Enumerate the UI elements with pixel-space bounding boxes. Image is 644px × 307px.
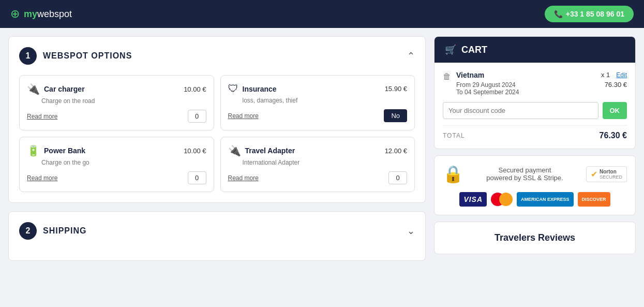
right-column: 🛒 CART 🗑 Vietnam From 29 August 2024 To … — [434, 36, 636, 261]
travel-adapter-qty[interactable]: 0 — [388, 171, 407, 184]
total-label: TOTAL — [443, 132, 465, 139]
cart-body: 🗑 Vietnam From 29 August 2024 To 04 Sept… — [435, 63, 635, 149]
car-charger-icon: 🔌 — [27, 83, 40, 95]
travel-adapter-name: Travel Adapter — [245, 147, 295, 155]
power-bank-icon: 🔋 — [27, 144, 40, 157]
cart-date-to: To 04 September 2024 — [456, 89, 596, 96]
step1-badge: 1 — [19, 47, 37, 65]
discount-row: OK — [443, 102, 627, 119]
power-bank-name: Power Bank — [44, 147, 85, 155]
cart-card: 🛒 CART 🗑 Vietnam From 29 August 2024 To … — [434, 36, 636, 149]
travel-adapter-read-more[interactable]: Read more — [228, 174, 259, 182]
section1-chevron-up[interactable]: ⌃ — [407, 50, 415, 62]
travel-adapter-price: 12.00 € — [385, 147, 407, 155]
cart-item-qty: x 1 — [601, 71, 610, 79]
power-bank-qty[interactable]: 0 — [188, 171, 206, 184]
travel-adapter-icon: 🔌 — [228, 144, 241, 157]
cart-item-name: Vietnam — [456, 71, 596, 79]
total-price: 76.30 € — [600, 131, 627, 140]
insurance-icon: 🛡 — [228, 83, 238, 95]
logo: ⊕ mywebspot — [10, 7, 72, 21]
car-charger-name: Car charger — [44, 85, 85, 93]
section1-header: 1 WEBSPOT OPTIONS ⌃ — [19, 47, 415, 65]
lock-icon: 🔒 — [443, 164, 463, 184]
car-charger-price: 10.00 € — [184, 85, 206, 93]
options-grid: 🔌 Car charger 10.00 € Charge on the road… — [19, 75, 415, 192]
phone-button[interactable]: 📞 +33 1 85 08 96 01 — [545, 6, 634, 22]
cart-title: CART — [461, 45, 487, 55]
car-charger-desc: Charge on the road — [27, 97, 206, 105]
section2-title: SHIPPING — [43, 226, 86, 236]
cart-header: 🛒 CART — [435, 37, 635, 63]
security-card: 🔒 Secured payment powered by SSL & Strip… — [434, 155, 636, 215]
cart-date-from: From 29 August 2024 — [456, 81, 596, 89]
discount-ok-button[interactable]: OK — [603, 102, 627, 119]
cart-item: 🗑 Vietnam From 29 August 2024 To 04 Sept… — [443, 71, 627, 96]
car-charger-read-more[interactable]: Read more — [27, 113, 57, 120]
norton-check-icon: ✔ — [591, 169, 597, 179]
section2-header: 2 SHIPPING ⌄ — [19, 222, 415, 240]
reviews-card: Travelers Reviews — [434, 222, 636, 254]
payment-card-logos: VISA AMERICAN EXPRESS DISCOVER — [459, 192, 610, 207]
amex-logo: AMERICAN EXPRESS — [517, 192, 574, 207]
power-bank-desc: Charge on the go — [27, 159, 206, 166]
norton-badge: ✔ Norton SECURED — [586, 166, 627, 182]
discover-logo: DISCOVER — [578, 192, 610, 207]
reviews-title: Travelers Reviews — [445, 232, 625, 243]
norton-sublabel: SECURED — [600, 174, 622, 180]
car-charger-qty[interactable]: 0 — [188, 110, 206, 123]
phone-number: +33 1 85 08 96 01 — [566, 10, 624, 18]
secured-text: Secured payment — [472, 166, 578, 174]
phone-icon: 📞 — [554, 10, 563, 18]
powered-text: powered by SSL & Stripe. — [472, 174, 578, 182]
option-insurance: 🛡 Insurance 15.90 € loss, damages, thief… — [220, 75, 415, 130]
power-bank-price: 10.00 € — [184, 147, 206, 155]
option-travel-adapter: 🔌 Travel Adapter 12.00 € International A… — [220, 137, 415, 192]
norton-label: Norton — [600, 169, 622, 174]
step2-badge: 2 — [19, 222, 37, 240]
insurance-desc: loss, damages, thief — [228, 97, 408, 104]
section1-title: WEBSPOT OPTIONS — [43, 51, 132, 61]
trash-icon[interactable]: 🗑 — [443, 72, 451, 81]
total-row: TOTAL 76.30 € — [443, 131, 627, 140]
mastercard-logo — [491, 193, 513, 206]
site-header: ⊕ mywebspot 📞 +33 1 85 08 96 01 — [0, 0, 644, 28]
travel-adapter-desc: International Adapter — [228, 159, 408, 166]
option-car-charger: 🔌 Car charger 10.00 € Charge on the road… — [19, 75, 214, 130]
insurance-name: Insurance — [243, 85, 277, 93]
cart-item-price: 76.30 € — [605, 81, 627, 89]
logo-text: mywebspot — [24, 9, 72, 20]
logo-icon: ⊕ — [10, 7, 20, 21]
left-column: 1 WEBSPOT OPTIONS ⌃ 🔌 Car charger 10.00 … — [8, 36, 426, 261]
visa-logo: VISA — [459, 192, 487, 207]
webspot-options-section: 1 WEBSPOT OPTIONS ⌃ 🔌 Car charger 10.00 … — [8, 36, 426, 203]
insurance-price: 15.90 € — [385, 85, 407, 93]
cart-edit-link[interactable]: Edit — [616, 71, 627, 79]
discount-input[interactable] — [443, 102, 598, 119]
cart-icon: 🛒 — [445, 44, 456, 55]
option-power-bank: 🔋 Power Bank 10.00 € Charge on the go Re… — [19, 137, 214, 192]
insurance-read-more[interactable]: Read more — [228, 112, 259, 120]
shipping-section: 2 SHIPPING ⌄ — [8, 211, 426, 261]
power-bank-read-more[interactable]: Read more — [27, 174, 57, 182]
insurance-toggle[interactable]: No — [384, 109, 407, 122]
section2-chevron-down[interactable]: ⌄ — [407, 225, 415, 237]
